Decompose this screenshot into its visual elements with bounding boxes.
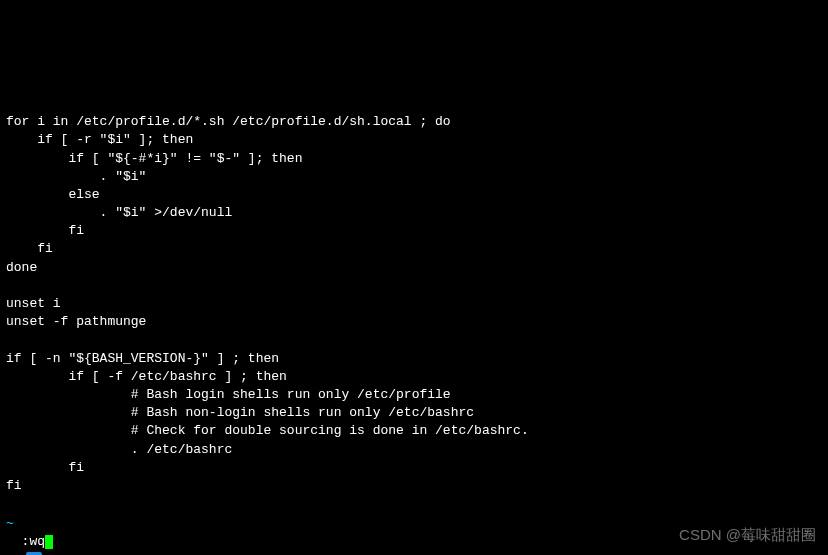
vim-command-line[interactable]: :wq: [6, 515, 53, 551]
vim-command-text: :wq: [22, 534, 45, 549]
code-block: for i in /etc/profile.d/*.sh /etc/profil…: [6, 113, 828, 495]
watermark: CSDN @莓味甜甜圈: [679, 524, 816, 545]
cursor: [45, 535, 53, 549]
svg-rect-0: [26, 552, 42, 555]
terminal-editor[interactable]: for i in /etc/profile.d/*.sh /etc/profil…: [0, 73, 828, 555]
